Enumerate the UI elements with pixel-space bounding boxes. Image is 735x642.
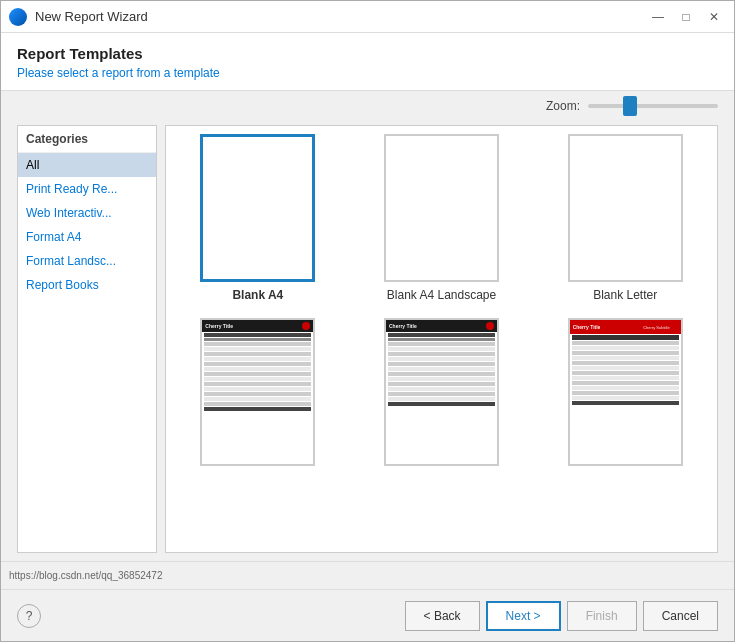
status-url: https://blog.csdn.net/qq_36852472: [9, 570, 162, 581]
zoom-label: Zoom:: [546, 99, 580, 113]
finish-button[interactable]: Finish: [567, 601, 637, 631]
main-window: New Report Wizard — □ ✕ Report Templates…: [0, 0, 735, 642]
window-title: New Report Wizard: [35, 9, 646, 24]
maximize-button[interactable]: □: [674, 7, 698, 27]
template-label-blank-a4: Blank A4: [232, 288, 283, 302]
sidebar-item-web-interactive[interactable]: Web Interactiv...: [18, 201, 156, 225]
template-label-blank-a4-landscape: Blank A4 Landscape: [387, 288, 496, 302]
template-thumb-blank-a4: [200, 134, 315, 282]
next-button[interactable]: Next >: [486, 601, 561, 631]
sidebar-item-report-books[interactable]: Report Books: [18, 273, 156, 297]
footer: ? < Back Next > Finish Cancel: [1, 589, 734, 641]
sidebar-item-print-ready[interactable]: Print Ready Re...: [18, 177, 156, 201]
cancel-button[interactable]: Cancel: [643, 601, 718, 631]
footer-left: ?: [17, 604, 41, 628]
close-button[interactable]: ✕: [702, 7, 726, 27]
titlebar: New Report Wizard — □ ✕: [1, 1, 734, 33]
status-bar: https://blog.csdn.net/qq_36852472: [1, 561, 734, 589]
back-button[interactable]: < Back: [405, 601, 480, 631]
sidebar-item-format-landscape[interactable]: Format Landsc...: [18, 249, 156, 273]
template-thumb-blank-letter: [568, 134, 683, 282]
zoom-bar: Zoom:: [1, 91, 734, 121]
sidebar-item-all[interactable]: All: [18, 153, 156, 177]
template-cherry-a4[interactable]: Cherry Title: [358, 318, 526, 472]
categories-header: Categories: [18, 126, 156, 153]
template-cherry-landscape[interactable]: Cherry Title Cherry Subtitle: [541, 318, 709, 472]
template-blank-a4[interactable]: Blank A4: [174, 134, 342, 302]
templates-panel: Blank A4 Blank A4 Landscape Blank Letter: [165, 125, 718, 553]
page-subtitle: Please select a report from a template: [17, 66, 718, 80]
help-button[interactable]: ?: [17, 604, 41, 628]
template-thumb-cherry-a4: Cherry Title: [384, 318, 499, 466]
template-thumb-cherry-landscape: Cherry Title Cherry Subtitle: [568, 318, 683, 466]
header-area: Report Templates Please select a report …: [1, 33, 734, 91]
template-label-blank-letter: Blank Letter: [593, 288, 657, 302]
template-cherry-portrait[interactable]: Cherry Title: [174, 318, 342, 472]
templates-grid: Blank A4 Blank A4 Landscape Blank Letter: [174, 134, 709, 472]
content-area: Categories All Print Ready Re... Web Int…: [1, 121, 734, 561]
categories-panel: Categories All Print Ready Re... Web Int…: [17, 125, 157, 553]
template-blank-letter[interactable]: Blank Letter: [541, 134, 709, 302]
template-thumb-cherry-portrait: Cherry Title: [200, 318, 315, 466]
cherry-a4-preview: Cherry Title: [386, 320, 497, 464]
cherry-landscape-preview: Cherry Title Cherry Subtitle: [570, 320, 681, 464]
cherry-portrait-preview: Cherry Title: [202, 320, 313, 464]
sidebar-item-format-a4[interactable]: Format A4: [18, 225, 156, 249]
window-controls: — □ ✕: [646, 7, 726, 27]
template-thumb-blank-a4-landscape: [384, 134, 499, 282]
template-blank-a4-landscape[interactable]: Blank A4 Landscape: [358, 134, 526, 302]
footer-buttons: < Back Next > Finish Cancel: [405, 601, 718, 631]
app-icon: [9, 8, 27, 26]
page-title: Report Templates: [17, 45, 718, 62]
zoom-slider[interactable]: [588, 104, 718, 108]
minimize-button[interactable]: —: [646, 7, 670, 27]
